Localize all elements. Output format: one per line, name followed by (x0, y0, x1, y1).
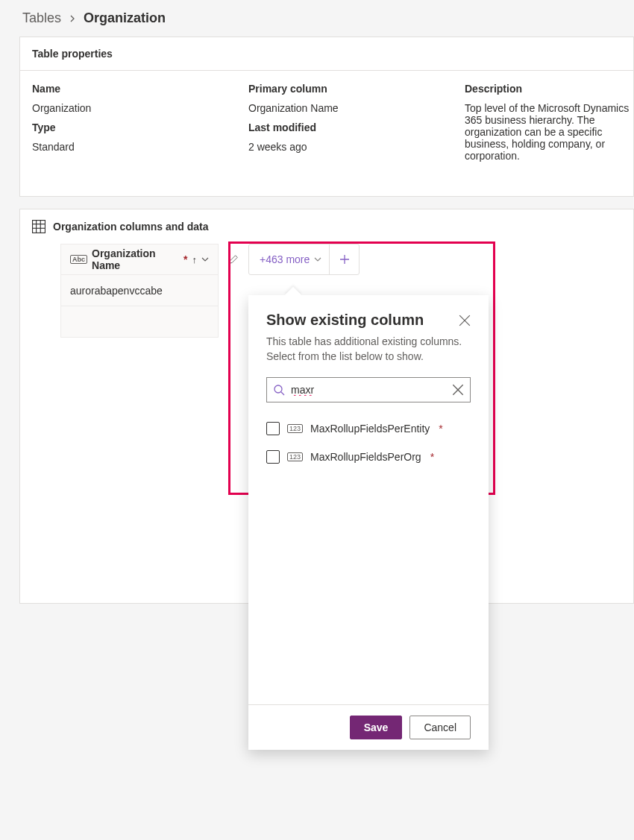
svg-point-9 (274, 385, 282, 393)
prop-label-name: Name (32, 83, 233, 95)
number-type-icon: 123 (287, 452, 303, 461)
show-existing-column-flyout: Show existing column This table has addi… (248, 295, 489, 750)
prop-label-type: Type (32, 121, 233, 133)
number-type-icon: 123 (287, 424, 303, 433)
table-row[interactable]: aurorabapenvccabe (60, 275, 219, 306)
edit-icon[interactable] (226, 244, 241, 275)
required-asterisk: * (430, 451, 434, 463)
chevron-down-icon[interactable] (201, 256, 209, 263)
prop-label-primary: Primary column (248, 83, 450, 95)
checkbox[interactable] (266, 450, 280, 464)
cell-value: aurorabapenvccabe (70, 285, 163, 297)
prop-value-primary: Organization Name (248, 102, 450, 114)
search-input[interactable] (291, 384, 446, 396)
more-columns-label: +463 more (260, 253, 310, 265)
sort-asc-icon: ↑ (192, 254, 198, 265)
table-row[interactable] (60, 306, 219, 338)
close-icon[interactable] (459, 312, 471, 326)
add-column-button[interactable] (329, 244, 359, 274)
panel-header: Table properties (20, 37, 633, 71)
prop-value-description: Top level of the Microsoft Dynamics 365 … (465, 102, 634, 162)
required-asterisk: * (183, 253, 187, 265)
svg-line-10 (281, 392, 284, 395)
breadcrumb-current: Organization (84, 10, 166, 26)
svg-rect-0 (33, 221, 45, 233)
flyout-title: Show existing column (266, 312, 424, 329)
column-option-label: MaxRollupFieldsPerEntity (310, 423, 430, 435)
prop-value-type: Standard (32, 141, 233, 153)
checkbox[interactable] (266, 422, 280, 435)
prop-label-description: Description (465, 83, 634, 95)
column-option[interactable]: 123 MaxRollupFieldsPerEntity * (266, 414, 471, 443)
breadcrumb: Tables Organization (0, 0, 634, 37)
more-columns-button[interactable]: +463 more (248, 244, 360, 275)
column-header[interactable]: Abc Organization Name * ↑ (60, 244, 219, 275)
required-asterisk: * (439, 423, 442, 435)
column-option-label: MaxRollupFieldsPerOrg (310, 451, 421, 463)
save-button[interactable]: Save (350, 716, 403, 739)
column-header-label: Organization Name (92, 247, 179, 271)
table-properties-panel: Table properties Name Organization Type … (19, 37, 634, 197)
search-icon (273, 384, 285, 396)
clear-search-icon[interactable] (452, 384, 464, 396)
breadcrumb-parent[interactable]: Tables (22, 10, 61, 26)
prop-value-name: Organization (32, 102, 233, 114)
column-option[interactable]: 123 MaxRollupFieldsPerOrg * (266, 443, 471, 471)
prop-label-modified: Last modified (248, 121, 450, 133)
text-type-icon: Abc (70, 255, 87, 264)
search-input-wrapper[interactable] (266, 377, 471, 402)
chevron-right-icon (69, 15, 76, 22)
cancel-button[interactable]: Cancel (409, 716, 471, 739)
flyout-subtitle: This table has additional existing colum… (266, 335, 471, 364)
grid-icon (32, 220, 45, 233)
columns-section-title: Organization columns and data (53, 221, 208, 233)
prop-value-modified: 2 weeks ago (248, 141, 450, 153)
chevron-down-icon (314, 256, 321, 263)
